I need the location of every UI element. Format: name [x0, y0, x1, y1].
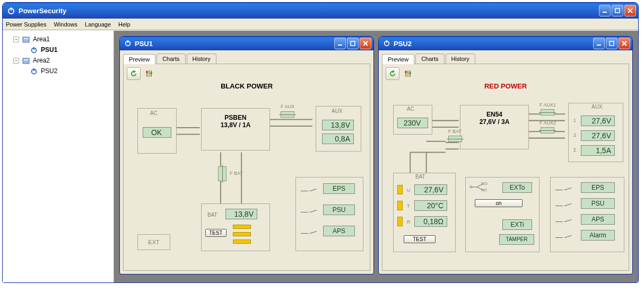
- psu2-refresh-button[interactable]: [386, 67, 399, 80]
- psu1-model-line1: PSBEN: [202, 114, 269, 121]
- relay-icon: [555, 217, 570, 224]
- relay-icon: [301, 208, 316, 214]
- psu1-minimize[interactable]: [334, 38, 346, 49]
- app-window: PowerSecurity Power Supplies Windows Lan…: [2, 2, 639, 283]
- psu1-maximize[interactable]: [347, 38, 359, 49]
- tree-psu2[interactable]: PSU2: [41, 67, 57, 75]
- psu2-aux-v2: 27,6V: [581, 130, 615, 141]
- psu2-out-aps: APS: [581, 214, 615, 225]
- psu1-aux-a: 0,8A: [322, 134, 354, 144]
- psu2-model-block: EN54 27,6V / 3A: [460, 105, 529, 149]
- psu2-on-button[interactable]: on: [475, 199, 523, 207]
- psu1-bat-label: BAT: [207, 212, 217, 218]
- psu2-tab-preview[interactable]: Preview: [382, 54, 414, 64]
- psu2-diagram-title: RED POWER: [386, 82, 625, 90]
- menu-language[interactable]: Language: [85, 21, 111, 28]
- psu2-aux-label: AUX: [591, 104, 603, 110]
- psu1-fuse-aux: [281, 111, 294, 118]
- app-title: PowerSecurity: [19, 7, 66, 15]
- psu2-titlebar[interactable]: PSU2: [379, 37, 632, 50]
- psu2-aux-v1: 27,6V: [581, 116, 615, 126]
- psu2-close[interactable]: [619, 38, 630, 49]
- psu2-tab-history[interactable]: History: [446, 54, 475, 64]
- tree-panel: − Area1 PSU1 − Area2: [3, 31, 114, 282]
- indicator-icon: [397, 201, 403, 210]
- power-icon: [124, 39, 132, 48]
- psu1-sliders-icon[interactable]: [144, 67, 154, 80]
- child-window-psu2: PSU2 Preview Charts History: [378, 36, 633, 274]
- relay-icon: [555, 185, 570, 192]
- psu1-tab-charts[interactable]: Charts: [156, 54, 185, 64]
- psu1-titlebar[interactable]: PSU1: [120, 37, 373, 50]
- svg-rect-6: [23, 37, 29, 42]
- mdi-area: PSU1 Preview Charts History: [114, 31, 638, 282]
- power-icon: [29, 46, 39, 54]
- psu2-fuse-bat: [448, 136, 462, 142]
- svg-point-28: [148, 74, 150, 76]
- psu1-model-block: PSBEN 13,8V / 1A: [201, 108, 270, 150]
- psu2-faux1-label: F AUX1: [539, 102, 556, 108]
- menu-power-supplies[interactable]: Power Supplies: [6, 21, 46, 28]
- psu1-test-button[interactable]: TEST: [205, 229, 227, 237]
- menu-windows[interactable]: Windows: [54, 21, 77, 28]
- svg-point-29: [150, 72, 152, 74]
- menu-help[interactable]: Help: [118, 21, 130, 28]
- psu2-bat-r: 0,18Ω: [414, 216, 447, 227]
- relay-icon: [301, 229, 316, 235]
- psu2-maximize[interactable]: [606, 38, 617, 49]
- tree-psu1[interactable]: PSU1: [41, 46, 57, 54]
- minimize-button[interactable]: [599, 5, 611, 16]
- psu1-close[interactable]: [360, 38, 371, 49]
- maximize-button[interactable]: [612, 5, 623, 16]
- tree-toggle-area1[interactable]: −: [13, 37, 19, 42]
- psu1-diagram-title: BLACK POWER: [127, 82, 367, 90]
- relay-icon: [301, 187, 316, 193]
- svg-rect-9: [27, 38, 28, 39]
- tree-area1[interactable]: Area1: [33, 35, 50, 43]
- psu2-minimize[interactable]: [593, 38, 605, 49]
- psu1-aux-v: 13,8V: [322, 120, 354, 130]
- tree-toggle-area2[interactable]: −: [13, 58, 19, 64]
- title-bar[interactable]: PowerSecurity: [3, 3, 638, 19]
- psu2-tamper: TAMPER: [499, 234, 534, 245]
- psu2-exti: EXTi: [502, 219, 532, 230]
- indicator-icon: [397, 217, 403, 226]
- power-icon: [7, 6, 15, 15]
- psu1-out-aps: APS: [323, 226, 355, 236]
- psu2-model-line2: 27,6V / 3A: [460, 118, 528, 126]
- psu1-title: PSU1: [135, 40, 153, 48]
- svg-rect-39: [610, 41, 614, 46]
- psu1-bat-v: 13,8V: [225, 209, 257, 219]
- svg-point-47: [409, 72, 411, 74]
- svg-point-46: [407, 74, 409, 76]
- psu2-model-line1: EN54: [460, 111, 528, 118]
- svg-point-45: [405, 71, 407, 73]
- psu2-fuse-aux1: [541, 109, 554, 116]
- tree-area2[interactable]: Area2: [33, 57, 50, 64]
- psu2-out-psu: PSU: [581, 198, 615, 209]
- psu2-fbat-label: F BAT: [448, 129, 462, 134]
- close-button[interactable]: [624, 5, 636, 16]
- psu1-out-eps: EPS: [323, 183, 355, 194]
- child-window-psu1: PSU1 Preview Charts History: [119, 36, 374, 274]
- psu2-bat-t: 20°C: [414, 200, 447, 211]
- psu2-fuse-aux2: [541, 127, 554, 134]
- svg-rect-12: [23, 58, 29, 64]
- menu-bar: Power Supplies Windows Language Help: [3, 19, 638, 30]
- psu1-ac-label: AC: [150, 110, 158, 116]
- psu2-test-button[interactable]: TEST: [404, 235, 436, 243]
- psu1-refresh-button[interactable]: [127, 67, 141, 80]
- psu1-tab-preview[interactable]: Preview: [123, 54, 155, 64]
- psu1-tab-history[interactable]: History: [187, 54, 216, 64]
- building-icon: [21, 56, 31, 65]
- relay-icon: [555, 201, 570, 208]
- psu1-batt-bar: [233, 225, 251, 229]
- relay-icon: [555, 233, 570, 239]
- psu2-tab-charts[interactable]: Charts: [415, 54, 444, 64]
- psu2-faux2-label: F AUX2: [539, 120, 556, 126]
- psu2-aux-row3-lbl: Σ: [573, 147, 577, 153]
- psu2-sliders-icon[interactable]: [403, 67, 413, 80]
- relay-switch-icon: C NO NC: [469, 182, 485, 192]
- power-icon: [383, 39, 390, 48]
- svg-rect-8: [25, 38, 27, 39]
